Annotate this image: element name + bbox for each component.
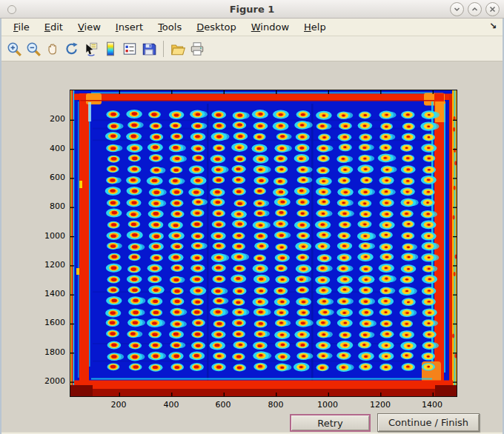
x-tick-label: 800 (259, 400, 292, 410)
toolbar (1, 36, 503, 61)
window-title: Figure 1 (0, 4, 504, 15)
print-icon[interactable] (188, 39, 207, 59)
menu-item-tools[interactable]: Tools (150, 20, 189, 34)
x-tick-label: 200 (102, 400, 135, 410)
menu-item-help[interactable]: Help (296, 20, 334, 34)
x-tick-label: 1000 (311, 400, 344, 410)
menubar: FileEditViewInsertToolsDesktopWindowHelp… (1, 19, 503, 36)
maximize-button[interactable] (468, 2, 482, 16)
window-menu-icon[interactable] (7, 5, 16, 14)
figure-window: Figure 1 FileEditViewInsertToolsDesktopW… (0, 0, 504, 434)
x-tick-label: 400 (155, 400, 188, 410)
colorbar-icon[interactable] (101, 39, 120, 59)
chevron-up-icon (471, 6, 478, 13)
x-tick-label: 600 (207, 400, 239, 410)
y-tick-label: 1600 (40, 318, 65, 328)
y-tick-label: 400 (40, 144, 65, 154)
y-tick-label: 1800 (40, 347, 65, 358)
x-icon (489, 6, 496, 13)
zoom-out-icon[interactable] (24, 39, 43, 59)
dock-figure-icon[interactable]: ↘ (489, 21, 497, 31)
x-tick-label: 1400 (416, 400, 448, 410)
menu-item-insert[interactable]: Insert (108, 20, 150, 34)
zoom-in-icon[interactable] (4, 39, 24, 59)
data-cursor-icon[interactable] (82, 39, 101, 59)
microarray-image (70, 90, 457, 396)
menu-item-edit[interactable]: Edit (37, 20, 70, 34)
titlebar[interactable]: Figure 1 (0, 0, 504, 19)
open-folder-icon[interactable] (168, 39, 188, 59)
toolbar-separator (163, 41, 164, 57)
x-tick-label: 1200 (364, 400, 397, 410)
save-icon[interactable] (139, 39, 159, 59)
y-tick-label: 600 (40, 173, 65, 183)
window-controls (450, 2, 500, 16)
plot-axes[interactable] (70, 90, 457, 397)
y-tick-label: 1400 (40, 289, 65, 299)
chevron-down-icon (454, 6, 460, 13)
retry-button[interactable]: Retry (290, 414, 371, 432)
menu-item-window[interactable]: Window (244, 20, 296, 34)
y-tick-label: 1200 (40, 260, 65, 270)
y-tick-label: 200 (40, 114, 65, 124)
continue-finish-button[interactable]: Continue / Finish (377, 413, 480, 432)
close-button[interactable] (485, 2, 500, 16)
rotate-3d-icon[interactable] (62, 39, 82, 59)
legend-icon[interactable] (120, 39, 139, 59)
y-tick-label: 800 (40, 201, 65, 212)
y-tick-label: 1000 (40, 231, 65, 241)
menu-item-file[interactable]: File (6, 20, 37, 34)
figure-canvas: Retry Continue / Finish 2004006008001000… (1, 61, 503, 432)
menu-item-view[interactable]: View (70, 20, 108, 34)
pan-icon[interactable] (43, 39, 62, 59)
minimize-button[interactable] (450, 2, 464, 16)
menu-item-desktop[interactable]: Desktop (189, 20, 244, 34)
y-tick-label: 2000 (40, 376, 65, 387)
